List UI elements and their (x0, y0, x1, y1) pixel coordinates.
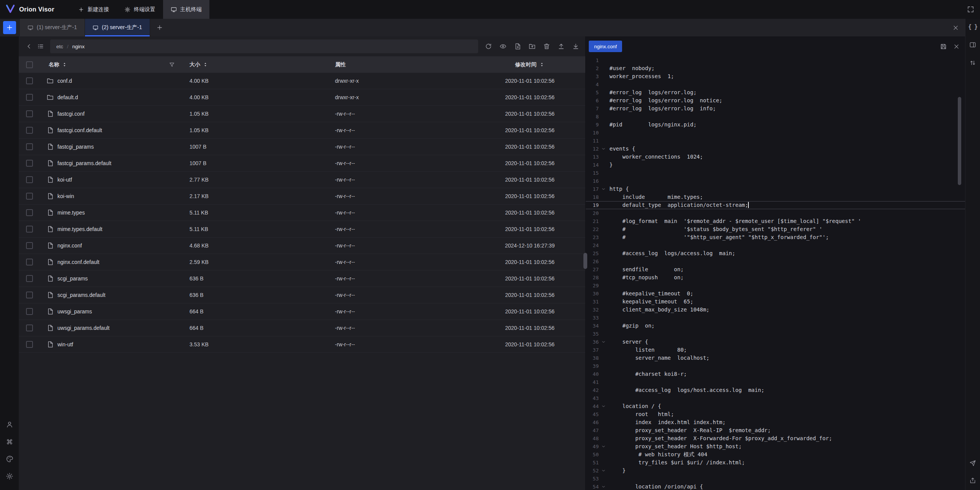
toggle-panel-button[interactable] (969, 41, 976, 48)
menu-item-terminal-settings[interactable]: 终端设置 (117, 0, 163, 19)
code-line[interactable]: 49 proxy_set_header Host $http_host; (586, 442, 965, 451)
fold-chevron-icon[interactable] (599, 146, 608, 151)
filter-button[interactable] (169, 62, 175, 68)
editor-config-button[interactable]: { } (968, 23, 977, 30)
menu-item-new-connection[interactable]: 新建连接 (70, 0, 117, 19)
new-folder-button[interactable] (526, 41, 538, 52)
download-button[interactable] (570, 41, 581, 52)
code-line[interactable]: 35 (586, 330, 965, 338)
row-checkbox[interactable] (26, 308, 33, 315)
table-row[interactable]: conf.d 4.00 KB drwxr-xr-x 2020-11-01 10:… (19, 73, 585, 89)
code-line[interactable]: 54 location /orion/api { (586, 483, 965, 490)
row-checkbox[interactable] (26, 242, 33, 249)
row-checkbox[interactable] (26, 226, 33, 233)
row-checkbox[interactable] (26, 275, 33, 282)
code-line[interactable]: 27 sendfile on; (586, 265, 965, 274)
code-line[interactable]: 10 (586, 129, 965, 137)
code-line[interactable]: 44 location / { (586, 402, 965, 410)
code-line[interactable]: 41 (586, 378, 965, 386)
code-line[interactable]: 26 (586, 257, 965, 265)
fold-chevron-icon[interactable] (599, 187, 608, 192)
theme-button[interactable] (6, 455, 13, 463)
table-row[interactable]: uwsgi_params.default 664 B -rw-r--r-- 20… (19, 320, 585, 336)
code-line[interactable]: 7#error_log logs/error.log info; (586, 105, 965, 113)
row-checkbox[interactable] (26, 324, 33, 331)
row-checkbox[interactable] (26, 292, 33, 298)
code-line[interactable]: 52 } (586, 467, 965, 475)
code-line[interactable]: 36 server { (586, 338, 965, 346)
table-row[interactable]: koi-win 2.17 KB -rw-r--r-- 2020-11-01 10… (19, 188, 585, 205)
code-line[interactable]: 13 worker_connections 1024; (586, 153, 965, 161)
settings-button[interactable] (6, 472, 13, 480)
table-row[interactable]: koi-utf 2.77 KB -rw-r--r-- 2020-11-01 10… (19, 172, 585, 188)
delete-button[interactable] (541, 41, 552, 52)
column-header-mtime[interactable]: 修改时间 (474, 61, 585, 68)
code-line[interactable]: 12events { (586, 145, 965, 153)
row-checkbox[interactable] (26, 94, 33, 101)
add-tab-button[interactable] (154, 22, 165, 33)
app-logo[interactable]: Orion Visor (0, 4, 60, 15)
terminal-tab-1[interactable]: (1) server-生产-1 (20, 19, 85, 36)
user-button[interactable] (6, 421, 13, 428)
code-line[interactable]: 42 #access_log logs/host.access.log main… (586, 386, 965, 394)
code-line[interactable]: 20 (586, 209, 965, 217)
fold-chevron-icon[interactable] (599, 484, 608, 489)
menu-item-host-terminal[interactable]: 主机终端 (163, 0, 209, 19)
save-button[interactable] (940, 43, 947, 50)
send-command-button[interactable] (969, 460, 976, 467)
code-line[interactable]: 31 keepalive_timeout 65; (586, 298, 965, 306)
code-line[interactable]: 33 (586, 314, 965, 322)
code-line[interactable]: 38 server_name localhost; (586, 354, 965, 362)
code-line[interactable]: 37 listen 80; (586, 346, 965, 354)
new-terminal-button[interactable] (3, 21, 16, 34)
breadcrumb[interactable]: etc/nginx (50, 39, 478, 53)
table-row[interactable]: fastcgi.conf.default 1.05 KB -rw-r--r-- … (19, 122, 585, 139)
code-line[interactable]: 46 index index.html index.htm; (586, 418, 965, 426)
tabbar-close-button[interactable] (952, 25, 959, 31)
code-line[interactable]: 48 proxy_set_header X-Forwarded-For $pro… (586, 434, 965, 442)
row-checkbox[interactable] (26, 193, 33, 200)
code-line[interactable]: 17http { (586, 185, 965, 193)
terminal-tab-2[interactable]: (2) server-生产-1 (85, 19, 150, 36)
code-line[interactable]: 6#error_log logs/error.log notice; (586, 97, 965, 105)
code-line[interactable]: 3worker_processes 1; (586, 72, 965, 80)
code-line[interactable]: 2#user nobody; (586, 64, 965, 72)
code-line[interactable]: 39 (586, 362, 965, 370)
code-line[interactable]: 23 # '"$http_user_agent" "$http_x_forwar… (586, 233, 965, 241)
file-tag[interactable]: nginx.conf (589, 41, 622, 52)
table-row[interactable]: fastcgi_params 1007 B -rw-r--r-- 2020-11… (19, 139, 585, 155)
code-line[interactable]: 9#pid logs/nginx.pid; (586, 121, 965, 129)
upload-button[interactable] (555, 41, 567, 52)
column-header-size[interactable]: 大小 (183, 61, 329, 68)
editor-scrollbar[interactable] (958, 97, 961, 185)
row-checkbox[interactable] (26, 209, 33, 216)
directory-list-button[interactable] (35, 41, 46, 52)
breadcrumb-segment[interactable]: nginx (72, 44, 85, 49)
table-row[interactable]: nginx.conf.default 2.59 KB -rw-r--r-- 20… (19, 254, 585, 270)
back-button[interactable] (23, 41, 35, 52)
file-transfer-button[interactable] (969, 477, 976, 484)
table-row[interactable]: fastcgi.conf 1.05 KB -rw-r--r-- 2020-11-… (19, 106, 585, 122)
code-line[interactable]: 53 (586, 475, 965, 483)
row-checkbox[interactable] (26, 143, 33, 150)
select-all-checkbox[interactable] (26, 61, 33, 68)
code-line[interactable]: 40 #charset koi8-r; (586, 370, 965, 378)
code-line[interactable]: 21 #log_format main '$remote_addr - $rem… (586, 217, 965, 225)
code-line[interactable]: 25 #access_log logs/access.log main; (586, 249, 965, 257)
code-editor[interactable]: 1 2#user nobody; 3worker_processes 1; 4 … (586, 56, 965, 490)
refresh-button[interactable] (483, 41, 494, 52)
preview-button[interactable] (497, 41, 509, 52)
code-line[interactable]: 22 # '$status $body_bytes_sent "$http_re… (586, 225, 965, 233)
code-line[interactable]: 50 # web history 模式 404 (586, 451, 965, 459)
table-row[interactable]: scgi_params 636 B -rw-r--r-- 2020-11-01 … (19, 270, 585, 287)
table-row[interactable]: default.d 4.00 KB drwxr-xr-x 2020-11-01 … (19, 89, 585, 106)
table-row[interactable]: uwsgi_params 664 B -rw-r--r-- 2020-11-01… (19, 303, 585, 320)
table-row[interactable]: scgi_params.default 636 B -rw-r--r-- 202… (19, 287, 585, 303)
row-checkbox[interactable] (26, 259, 33, 265)
code-line[interactable]: 5#error_log logs/error.log; (586, 88, 965, 97)
code-line[interactable]: 14} (586, 161, 965, 169)
code-line[interactable]: 16 (586, 177, 965, 185)
splitter-handle[interactable] (583, 253, 587, 269)
sort-switch-button[interactable] (969, 59, 976, 66)
fold-chevron-icon[interactable] (599, 468, 608, 473)
